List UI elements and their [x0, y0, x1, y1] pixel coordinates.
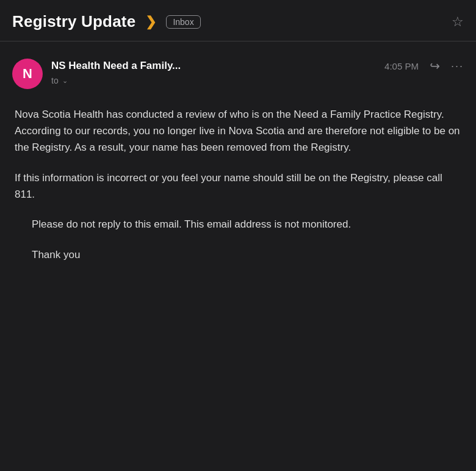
chevron-right-icon: ❯: [145, 14, 156, 30]
email-closing: Thank you: [15, 246, 461, 263]
sender-name: NS Health Need a Family...: [51, 60, 181, 72]
to-row[interactable]: to ⌄: [51, 76, 464, 85]
reply-icon[interactable]: ↩: [430, 59, 440, 73]
body-paragraph-2: If this information is incorrect or you …: [15, 170, 461, 203]
body-note: Please do not reply to this email. This …: [15, 216, 461, 233]
email-body: Nova Scotia Health has conducted a revie…: [0, 101, 476, 278]
sender-row: NS Health Need a Family... 4:05 PM ↩ ···: [51, 59, 464, 73]
email-header: Registry Update ❯ Inbox ☆: [0, 0, 476, 41]
inbox-badge[interactable]: Inbox: [166, 15, 200, 29]
email-metadata: N NS Health Need a Family... 4:05 PM ↩ ·…: [0, 51, 476, 101]
sender-info: NS Health Need a Family... 4:05 PM ↩ ···…: [51, 59, 464, 85]
header-divider: [0, 41, 476, 41]
email-time: 4:05 PM: [384, 61, 419, 71]
more-options-icon[interactable]: ···: [451, 60, 464, 73]
avatar: N: [12, 59, 43, 89]
body-paragraph-1: Nova Scotia Health has conducted a revie…: [15, 106, 461, 156]
to-label: to: [51, 76, 59, 85]
email-actions: 4:05 PM ↩ ···: [384, 59, 464, 73]
chevron-down-icon[interactable]: ⌄: [62, 77, 68, 85]
page-title: Registry Update: [12, 12, 135, 31]
star-icon[interactable]: ☆: [452, 14, 464, 30]
